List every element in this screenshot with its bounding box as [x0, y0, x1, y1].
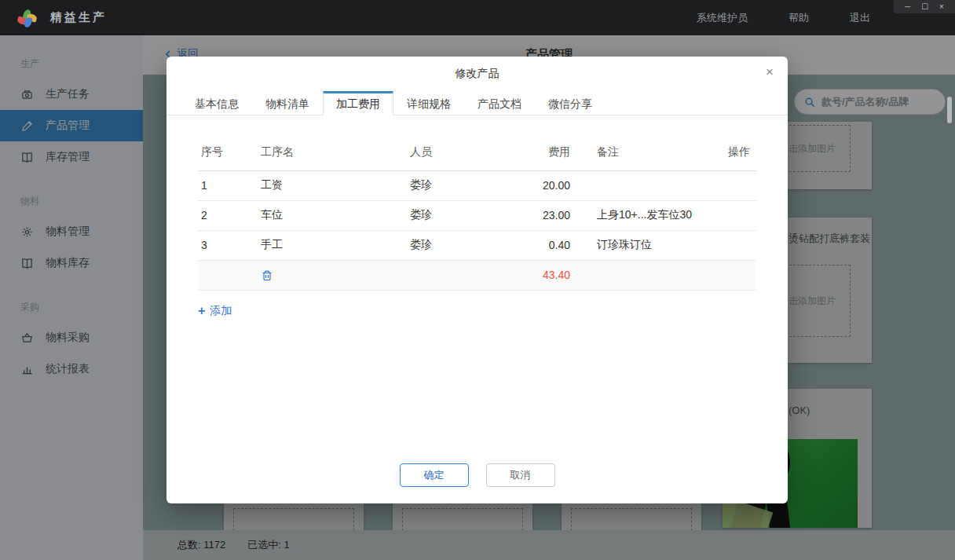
help-menu[interactable]: 帮助 — [789, 11, 809, 25]
modal-actions: 确定 取消 — [166, 463, 788, 487]
table-row: 1 工资 娄珍 20.00 — [198, 170, 756, 200]
add-label: 添加 — [210, 304, 232, 318]
topbar: 精益生产 系统维护员 帮助 退出 ─ ☐ × — [0, 0, 955, 35]
col-header-person: 人员 — [407, 135, 506, 170]
tab-basic-info[interactable]: 基本信息 — [181, 91, 252, 115]
cell-person: 娄珍 — [407, 230, 506, 260]
minimize-icon[interactable]: ─ — [905, 3, 910, 11]
confirm-button[interactable]: 确定 — [400, 463, 469, 487]
table-header-row: 序号 工序名 人员 费用 备注 操作 — [198, 135, 756, 170]
table-total-row: 43.40 — [198, 260, 756, 290]
add-row-button[interactable]: + 添加 — [198, 304, 232, 318]
maximize-icon[interactable]: ☐ — [921, 3, 928, 11]
scrollbar-thumb[interactable] — [947, 97, 952, 123]
close-icon[interactable]: × — [766, 65, 774, 79]
app-window: 精益生产 系统维护员 帮助 退出 ─ ☐ × 生产 生产任务 产品管理 库 — [0, 0, 955, 560]
tab-product-documents[interactable]: 产品文档 — [464, 91, 535, 115]
delete-all-button[interactable] — [261, 269, 273, 282]
cell-process: 车位 — [258, 200, 407, 230]
tab-material-list[interactable]: 物料清单 — [252, 91, 323, 115]
cancel-button[interactable]: 取消 — [486, 463, 555, 487]
cell-index: 2 — [198, 200, 258, 230]
trash-icon — [261, 269, 273, 282]
cell-fee: 0.40 — [506, 230, 573, 260]
cell-fee: 20.00 — [506, 170, 573, 200]
app-logo-pinwheel-icon — [19, 9, 36, 27]
table-row: 2 车位 娄珍 23.00 上身10+...发车位30 — [198, 200, 756, 230]
close-window-icon[interactable]: × — [939, 3, 944, 11]
col-header-index: 序号 — [198, 135, 258, 170]
tab-processing-fee[interactable]: 加工费用 — [323, 91, 393, 115]
window-controls: ─ ☐ × — [894, 0, 955, 13]
plus-icon: + — [198, 305, 205, 317]
edit-product-modal: 修改产品 × 基本信息 物料清单 加工费用 详细规格 产品文档 微信分享 序号 … — [166, 57, 788, 503]
cell-process: 工资 — [258, 170, 407, 200]
cell-process: 手工 — [258, 230, 407, 260]
current-user-menu[interactable]: 系统维护员 — [697, 11, 748, 25]
app-title: 精益生产 — [50, 10, 107, 25]
modal-tabs: 基本信息 物料清单 加工费用 详细规格 产品文档 微信分享 — [166, 91, 788, 115]
logout-menu[interactable]: 退出 — [850, 11, 870, 25]
cell-note: 上身10+...发车位30 — [573, 200, 710, 230]
cell-index: 1 — [198, 170, 258, 200]
tab-detailed-specs[interactable]: 详细规格 — [393, 91, 464, 115]
cell-action — [710, 170, 756, 200]
table-row: 3 手工 娄珍 0.40 订珍珠订位 — [198, 230, 756, 260]
cell-person: 娄珍 — [407, 200, 506, 230]
modal-title: 修改产品 — [166, 57, 788, 81]
col-header-fee: 费用 — [506, 135, 573, 170]
tab-wechat-share[interactable]: 微信分享 — [535, 91, 606, 115]
cell-action — [710, 230, 756, 260]
col-header-note: 备注 — [573, 135, 710, 170]
col-header-process: 工序名 — [258, 135, 407, 170]
cell-action — [710, 200, 756, 230]
cell-person: 娄珍 — [407, 170, 506, 200]
cell-note: 订珍珠订位 — [573, 230, 710, 260]
cell-fee: 23.00 — [506, 200, 573, 230]
processing-fee-table: 序号 工序名 人员 费用 备注 操作 1 工资 娄珍 20.00 — [198, 135, 756, 291]
col-header-action: 操作 — [710, 135, 756, 170]
cell-index: 3 — [198, 230, 258, 260]
total-fee-value: 43.40 — [506, 260, 573, 290]
cell-note — [573, 170, 710, 200]
